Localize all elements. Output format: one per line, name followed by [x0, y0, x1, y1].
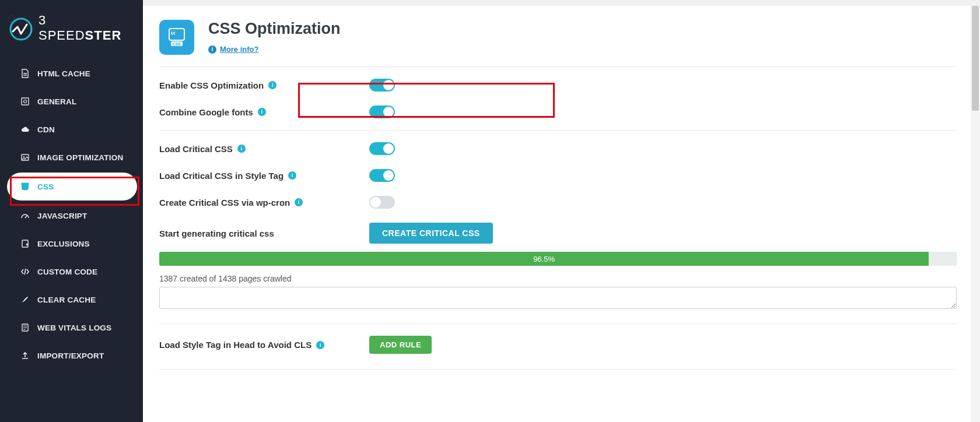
- main-content: CSS CSS Optimization i More info? Enable…: [143, 0, 980, 422]
- sidebar-item-label: HTML CACHE: [37, 69, 90, 78]
- divider: [159, 369, 957, 370]
- document-icon: [20, 322, 30, 333]
- svg-text:CSS: CSS: [173, 42, 181, 46]
- toggle-load-critical-css-style-tag[interactable]: [369, 169, 395, 182]
- svg-point-7: [24, 100, 27, 103]
- svg-point-5: [10, 22, 11, 23]
- label-load-critical-css: Load Critical CSS: [159, 144, 233, 154]
- sidebar-item-css[interactable]: CSS: [7, 173, 137, 201]
- toggle-combine-google-fonts[interactable]: [369, 106, 395, 118]
- sidebar: 3 SPEEDSTER HTML CACHE GENERAL CDN IMAGE…: [0, 0, 143, 422]
- scrollbar[interactable]: [971, 6, 980, 422]
- info-icon[interactable]: i: [268, 81, 276, 89]
- row-enable-css: Enable CSS Optimization i: [159, 67, 957, 99]
- sidebar-item-web-vitals[interactable]: WEB VITALS LOGS: [0, 314, 143, 342]
- log-textarea[interactable]: [159, 287, 957, 309]
- sidebar-item-html-cache[interactable]: HTML CACHE: [0, 59, 143, 87]
- info-icon[interactable]: i: [288, 171, 296, 180]
- sidebar-item-label: CUSTOM CODE: [37, 268, 97, 276]
- sidebar-item-javascript[interactable]: JAVASCRIPT: [0, 202, 143, 230]
- progress-fill: 96.5%: [159, 252, 929, 266]
- row-start-generating: Start generating critical css CREATE CRI…: [159, 216, 957, 251]
- create-critical-css-button[interactable]: CREATE CRITICAL CSS: [369, 223, 493, 244]
- progress-bar: 96.5%: [159, 252, 957, 266]
- code-icon: [20, 266, 30, 277]
- label-load-critical-css-style-tag: Load Critical CSS in Style Tag: [159, 171, 284, 181]
- sidebar-item-clear-cache[interactable]: CLEAR CACHE: [0, 286, 143, 314]
- label-enable-css: Enable CSS Optimization: [159, 80, 264, 90]
- svg-point-2: [11, 15, 12, 16]
- info-icon: i: [208, 45, 216, 54]
- sidebar-item-exclusions[interactable]: EXCLUSIONS: [0, 230, 143, 258]
- label-load-style-head: Load Style Tag in Head to Avoid CLS: [159, 340, 312, 350]
- page-header: CSS CSS Optimization i More info?: [159, 20, 957, 55]
- info-icon[interactable]: i: [316, 341, 324, 349]
- more-info-label: More info?: [220, 45, 258, 54]
- row-load-critical-css: Load Critical CSS i: [159, 131, 957, 162]
- sidebar-item-general[interactable]: GENERAL: [0, 87, 143, 115]
- toggle-load-critical-css[interactable]: [369, 142, 395, 155]
- cloud-icon: [20, 124, 30, 135]
- info-icon[interactable]: i: [237, 145, 246, 153]
- image-icon: [20, 152, 30, 163]
- scrollbar-thumb[interactable]: [972, 6, 979, 111]
- svg-point-1: [9, 17, 10, 18]
- page-title: CSS Optimization: [208, 20, 341, 38]
- sidebar-nav: HTML CACHE GENERAL CDN IMAGE OPTIMIZATIO…: [0, 59, 143, 370]
- label-create-critical-wpcron: Create Critical CSS via wp-cron: [159, 198, 290, 208]
- sidebar-item-label: CSS: [37, 182, 54, 191]
- toggle-create-critical-wpcron[interactable]: [369, 196, 395, 209]
- svg-point-9: [23, 156, 24, 157]
- info-icon[interactable]: i: [295, 198, 303, 206]
- label-start-generating: Start generating critical css: [159, 228, 274, 238]
- row-create-critical-wpcron: Create Critical CSS via wp-cron i: [159, 189, 957, 216]
- svg-point-0: [10, 19, 32, 40]
- status-text: 1387 created of 1438 pages crawled: [159, 274, 957, 283]
- upload-icon: [20, 350, 30, 361]
- row-load-style-head: Load Style Tag in Head to Avoid CLS i AD…: [159, 324, 957, 361]
- exclusions-icon: [20, 238, 30, 249]
- gauge-icon: [20, 210, 30, 221]
- sidebar-item-label: GENERAL: [37, 97, 76, 106]
- page-css-icon: CSS: [159, 20, 194, 55]
- add-rule-button[interactable]: ADD RULE: [369, 336, 432, 354]
- row-load-critical-css-style-tag: Load Critical CSS in Style Tag i: [159, 162, 957, 189]
- toggle-enable-css[interactable]: [369, 79, 395, 92]
- sidebar-item-label: JAVASCRIPT: [37, 212, 88, 220]
- logo-text: 3 SPEEDSTER: [38, 13, 132, 43]
- sidebar-item-import-export[interactable]: IMPORT/EXPORT: [0, 342, 143, 370]
- page-cache-icon: [20, 68, 30, 79]
- svg-point-3: [13, 17, 15, 19]
- sidebar-item-label: EXCLUSIONS: [37, 240, 90, 248]
- sidebar-item-label: CLEAR CACHE: [37, 296, 96, 304]
- brush-icon: [20, 294, 30, 305]
- label-combine-google-fonts: Combine Google fonts: [159, 107, 253, 117]
- sidebar-item-cdn[interactable]: CDN: [0, 115, 143, 143]
- progress-text: 96.5%: [533, 255, 555, 263]
- sidebar-item-label: IMPORT/EXPORT: [37, 351, 104, 360]
- svg-rect-10: [22, 240, 28, 247]
- sidebar-item-custom-code[interactable]: CUSTOM CODE: [0, 258, 143, 286]
- logo-icon: [7, 14, 35, 42]
- css-icon: [20, 181, 30, 192]
- row-combine-google-fonts: Combine Google fonts i: [159, 99, 957, 125]
- info-icon[interactable]: i: [258, 108, 266, 116]
- sidebar-item-image-optimization[interactable]: IMAGE OPTIMIZATION: [0, 143, 143, 171]
- more-info-link[interactable]: i More info?: [208, 45, 258, 54]
- settings-icon: [20, 96, 30, 107]
- sidebar-item-label: IMAGE OPTIMIZATION: [37, 153, 123, 162]
- svg-point-4: [8, 20, 9, 22]
- logo: 3 SPEEDSTER: [0, 0, 143, 59]
- svg-rect-6: [22, 98, 29, 105]
- sidebar-item-label: WEB VITALS LOGS: [37, 323, 111, 332]
- progress-rest: [929, 252, 957, 266]
- sidebar-item-label: CDN: [37, 125, 55, 134]
